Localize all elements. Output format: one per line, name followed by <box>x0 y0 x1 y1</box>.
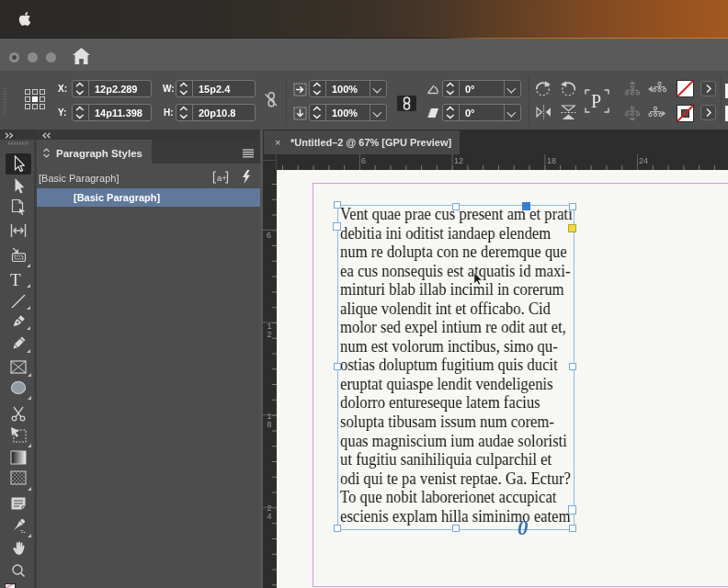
svg-text:a+: a+ <box>217 173 227 183</box>
